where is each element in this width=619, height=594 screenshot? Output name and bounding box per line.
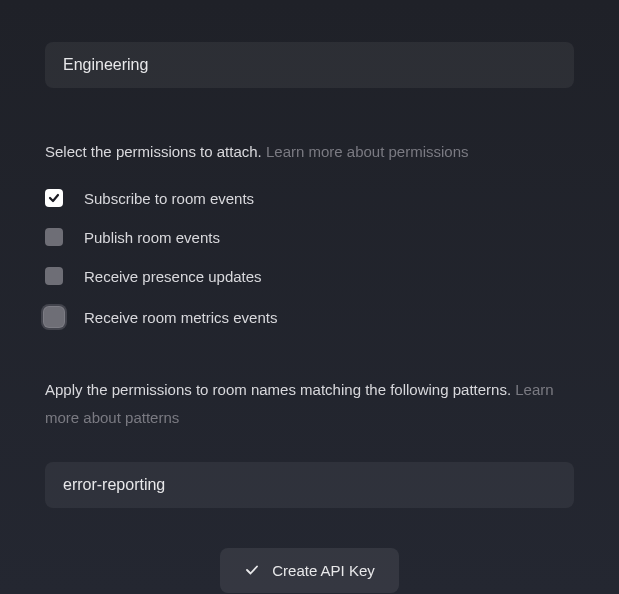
checkbox-checked-icon	[45, 189, 63, 207]
checkbox-unchecked-icon	[45, 228, 63, 246]
submit-row: Create API Key	[45, 548, 574, 593]
name-input[interactable]	[45, 42, 574, 88]
permission-publish-room-events[interactable]: Publish room events	[45, 228, 574, 246]
create-api-key-button[interactable]: Create API Key	[220, 548, 399, 593]
pattern-input[interactable]	[45, 462, 574, 508]
permission-subscribe-room-events[interactable]: Subscribe to room events	[45, 189, 574, 207]
permission-label: Receive room metrics events	[84, 309, 277, 326]
permissions-label-text: Select the permissions to attach.	[45, 143, 262, 160]
patterns-label: Apply the permissions to room names matc…	[45, 376, 574, 432]
checkbox-unchecked-icon	[45, 267, 63, 285]
permission-label: Subscribe to room events	[84, 190, 254, 207]
check-icon	[244, 562, 260, 578]
permission-receive-presence-updates[interactable]: Receive presence updates	[45, 267, 574, 285]
permissions-checkbox-group: Subscribe to room events Publish room ev…	[45, 189, 574, 328]
permission-receive-room-metrics-events[interactable]: Receive room metrics events	[45, 306, 574, 328]
create-button-label: Create API Key	[272, 562, 375, 579]
checkbox-focused-icon	[43, 306, 65, 328]
patterns-label-text: Apply the permissions to room names matc…	[45, 381, 511, 398]
permission-label: Publish room events	[84, 229, 220, 246]
permission-label: Receive presence updates	[84, 268, 262, 285]
learn-more-permissions-link[interactable]: Learn more about permissions	[266, 143, 469, 160]
permissions-label: Select the permissions to attach. Learn …	[45, 140, 574, 164]
